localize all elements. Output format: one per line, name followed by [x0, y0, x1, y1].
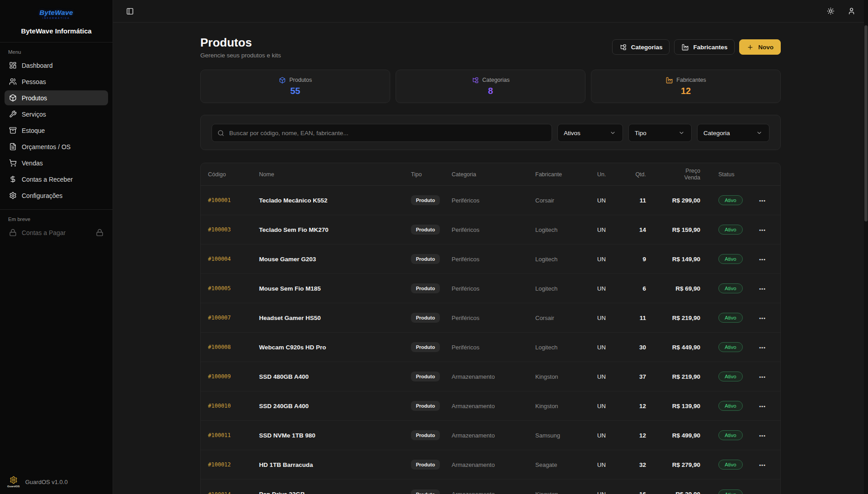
- column-header-qtd: Qtd.: [623, 171, 646, 178]
- sidebar-item-configuracoes[interactable]: Configurações: [5, 188, 108, 203]
- fabricantes-button[interactable]: Fabricantes: [674, 39, 735, 55]
- sidebar-item-contas-a-pagar: Contas a Pagar: [0, 225, 113, 240]
- sidebar-item-label: Orçamentos / OS: [22, 143, 71, 151]
- row-status: Ativo: [700, 430, 752, 440]
- row-un: UN: [597, 491, 623, 494]
- table-row: #100004Mouse Gamer G203ProdutoPeriférico…: [201, 245, 780, 274]
- row-categoria: Periféricos: [452, 256, 535, 263]
- sidebar-item-estoque[interactable]: Estoque: [5, 123, 108, 138]
- stat-card-categorias: Categorias 8: [396, 70, 585, 103]
- main-area: Produtos Gerencie seus produtos e kits C…: [113, 0, 868, 494]
- row-qtd: 12: [623, 403, 646, 409]
- row-tipo: Produto: [411, 195, 452, 205]
- row-actions-button[interactable]: •••: [759, 433, 766, 438]
- row-actions-button[interactable]: •••: [759, 374, 766, 380]
- sidebar-item-vendas[interactable]: Vendas: [5, 155, 108, 170]
- scrollbar-thumb[interactable]: [864, 25, 868, 221]
- row-categoria: Periféricos: [452, 315, 535, 321]
- stat-value: 12: [681, 86, 691, 96]
- row-categoria: Armazenamento: [452, 491, 535, 494]
- page-content: Produtos Gerencie seus produtos e kits C…: [200, 23, 781, 494]
- row-qtd: 11: [623, 315, 646, 321]
- filter-status-select[interactable]: Ativos: [557, 124, 623, 142]
- user-icon: [848, 7, 855, 15]
- row-qtd: 32: [623, 461, 646, 468]
- row-actions-button[interactable]: •••: [759, 315, 766, 321]
- tipo-badge: Produto: [411, 372, 440, 381]
- sidebar-item-pessoas[interactable]: Pessoas: [5, 74, 108, 89]
- categorias-button[interactable]: Categorias: [612, 39, 670, 55]
- bytewave-logo-subtext: INFORMÁTICA: [42, 17, 70, 19]
- filter-tipo-select[interactable]: Tipo: [628, 124, 692, 142]
- factory-icon: [665, 77, 673, 84]
- page-header-titles: Produtos Gerencie seus produtos e kits: [200, 35, 281, 59]
- page-title: Produtos: [200, 35, 281, 50]
- row-tipo: Produto: [411, 460, 452, 470]
- stat-label: Categorias: [482, 77, 509, 83]
- row-actions-button[interactable]: •••: [759, 257, 766, 262]
- list-tree-icon: [472, 77, 479, 84]
- guardos-logo: GuardOS: [7, 476, 20, 488]
- row-actions: •••: [752, 402, 773, 410]
- row-status: Ativo: [700, 372, 752, 381]
- row-status: Ativo: [700, 313, 752, 323]
- filter-status-value: Ativos: [564, 130, 580, 136]
- search-input[interactable]: [229, 130, 546, 136]
- row-preco: R$ 159,90: [646, 226, 700, 233]
- soon-section-label: Em breve: [8, 216, 104, 222]
- stat-value: 8: [488, 86, 493, 96]
- tipo-badge: Produto: [411, 430, 440, 440]
- theme-toggle-button[interactable]: [826, 6, 835, 16]
- row-actions-button[interactable]: •••: [759, 198, 766, 203]
- stat-label: Produtos: [289, 77, 312, 83]
- sidebar-item-label: Estoque: [22, 127, 45, 134]
- tipo-badge: Produto: [411, 283, 440, 293]
- package-icon: [278, 77, 286, 84]
- row-actions-button[interactable]: •••: [759, 492, 766, 494]
- user-menu-button[interactable]: [846, 6, 856, 16]
- sidebar-toggle-button[interactable]: [125, 6, 135, 16]
- row-actions: •••: [752, 490, 773, 494]
- novo-button[interactable]: Novo: [739, 39, 781, 55]
- row-fabricante: Seagate: [535, 461, 597, 468]
- row-code: #100011: [208, 432, 259, 438]
- row-preco: R$ 449,90: [646, 344, 700, 351]
- row-actions: •••: [752, 255, 773, 263]
- row-status: Ativo: [700, 225, 752, 235]
- row-categoria: Armazenamento: [452, 403, 535, 409]
- status-badge: Ativo: [718, 283, 743, 293]
- list-tree-icon: [619, 44, 627, 51]
- chevron-down-icon: [678, 130, 685, 136]
- stat-card-produtos: Produtos 55: [200, 70, 390, 103]
- row-name: Teclado Mecânico K552: [259, 197, 411, 204]
- row-qtd: 30: [623, 344, 646, 351]
- file-text-icon: [9, 143, 17, 151]
- sidebar-item-servicos[interactable]: Serviços: [5, 107, 108, 122]
- row-code: #100001: [208, 197, 259, 203]
- app-root: ByteWave INFORMÁTICA ByteWave Informátic…: [0, 0, 868, 494]
- sidebar-item-contas-a-receber[interactable]: Contas a Receber: [5, 172, 108, 187]
- tipo-badge: Produto: [411, 460, 440, 470]
- sidebar-item-orcamentos-os[interactable]: Orçamentos / OS: [5, 139, 108, 154]
- row-actions-button[interactable]: •••: [759, 286, 766, 292]
- row-actions-button[interactable]: •••: [759, 462, 766, 468]
- menu-section-label: Menu: [8, 49, 104, 55]
- tipo-badge: Produto: [411, 489, 440, 494]
- stat-label: Fabricantes: [676, 77, 706, 83]
- row-actions-button[interactable]: •••: [759, 227, 766, 233]
- filter-categoria-select[interactable]: Categoria: [697, 124, 769, 142]
- row-tipo: Produto: [411, 489, 452, 494]
- sidebar-item-dashboard[interactable]: Dashboard: [5, 58, 108, 73]
- row-actions-button[interactable]: •••: [759, 404, 766, 409]
- sidebar-item-produtos[interactable]: Produtos: [5, 90, 108, 105]
- row-status: Ativo: [700, 254, 752, 264]
- row-fabricante: Logitech: [535, 344, 597, 351]
- row-tipo: Produto: [411, 342, 452, 352]
- row-actions: •••: [752, 284, 773, 292]
- row-fabricante: Kingston: [535, 491, 597, 494]
- fabricantes-button-label: Fabricantes: [693, 44, 727, 51]
- row-name: Teclado Sem Fio MK270: [259, 226, 411, 233]
- row-actions-button[interactable]: •••: [759, 345, 766, 350]
- row-qtd: 6: [623, 285, 646, 292]
- row-fabricante: Logitech: [535, 285, 597, 292]
